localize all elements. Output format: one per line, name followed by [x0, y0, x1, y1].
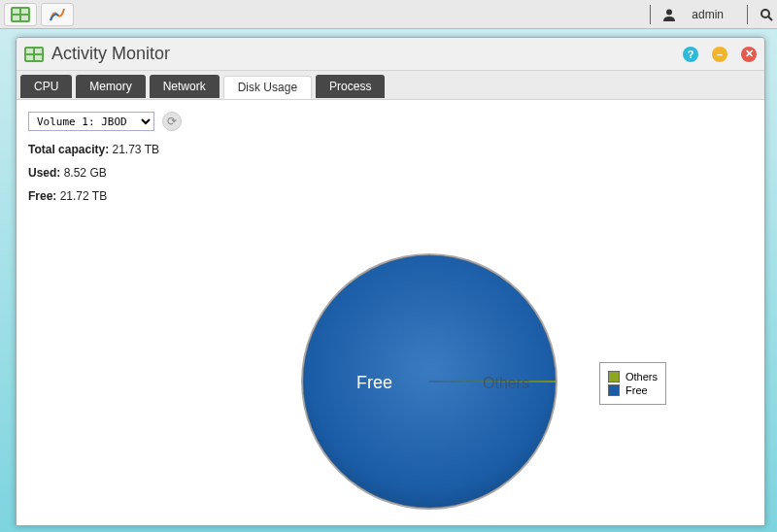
stat-free-value: 21.72 TB: [60, 189, 107, 203]
legend-label-others: Others: [625, 371, 658, 382]
svg-rect-11: [26, 55, 33, 60]
taskbar-app-activity-monitor[interactable]: [4, 3, 37, 26]
stat-used-value: 8.52 GB: [64, 166, 107, 180]
taskbar-user-label[interactable]: admin: [692, 8, 724, 21]
stat-free: Free: 21.72 TB: [28, 189, 753, 203]
svg-rect-3: [13, 16, 19, 20]
refresh-button[interactable]: ⟳: [162, 112, 182, 131]
legend-item-others: Others: [608, 371, 658, 382]
tab-bar: CPU Memory Network Disk Usage Process: [17, 71, 764, 100]
legend-swatch-free: [608, 384, 620, 396]
search-icon[interactable]: [760, 8, 773, 21]
stat-free-label: Free:: [28, 189, 56, 203]
svg-rect-12: [35, 55, 42, 60]
svg-rect-9: [26, 49, 33, 53]
pie-label-others: Others: [483, 375, 529, 392]
tab-process[interactable]: Process: [316, 75, 385, 98]
pie-label-free: Free: [356, 373, 392, 393]
taskbar-divider: [747, 5, 748, 24]
legend-label-free: Free: [625, 384, 648, 396]
stat-used-label: Used:: [28, 166, 60, 180]
close-button[interactable]: ✕: [741, 47, 757, 62]
disk-usage-pie-chart: Free Others: [298, 250, 560, 513]
tab-memory[interactable]: Memory: [76, 75, 145, 98]
refresh-icon: ⟳: [167, 115, 177, 128]
controls-row: Volume 1: JBOD ⟳: [28, 112, 753, 131]
window-title: Activity Monitor: [51, 44, 170, 64]
minimize-button[interactable]: –: [712, 47, 727, 62]
stat-total: Total capacity: 21.73 TB: [28, 143, 753, 156]
tab-cpu[interactable]: CPU: [20, 75, 72, 98]
tab-network[interactable]: Network: [150, 75, 220, 98]
user-icon: [662, 8, 676, 21]
system-taskbar: admin: [0, 0, 777, 29]
pie-legend: Others Free: [599, 362, 666, 405]
legend-item-free: Free: [608, 384, 658, 396]
legend-swatch-others: [608, 371, 620, 382]
other-app-icon: [48, 7, 67, 22]
activity-monitor-icon: [11, 7, 30, 22]
help-button[interactable]: ?: [683, 47, 698, 62]
taskbar-divider: [650, 5, 651, 24]
taskbar-app-other[interactable]: [41, 3, 74, 26]
svg-point-5: [666, 9, 672, 15]
activity-monitor-window: Activity Monitor ? – ✕ CPU Memory Networ…: [16, 37, 765, 526]
stat-total-value: 21.73 TB: [112, 143, 158, 156]
svg-rect-4: [21, 16, 28, 20]
svg-rect-1: [13, 9, 19, 14]
svg-rect-10: [35, 49, 42, 53]
svg-line-7: [768, 17, 772, 20]
svg-rect-2: [21, 9, 28, 14]
disk-stats: Total capacity: 21.73 TB Used: 8.52 GB F…: [28, 143, 753, 203]
volume-select[interactable]: Volume 1: JBOD: [28, 112, 154, 131]
window-titlebar[interactable]: Activity Monitor ? – ✕: [17, 38, 764, 71]
content-pane: Volume 1: JBOD ⟳ Total capacity: 21.73 T…: [17, 100, 764, 525]
stat-used: Used: 8.52 GB: [28, 166, 753, 180]
activity-monitor-icon: [24, 47, 44, 62]
tab-disk-usage[interactable]: Disk Usage: [223, 76, 312, 99]
stat-total-label: Total capacity:: [28, 143, 109, 156]
svg-point-6: [761, 10, 769, 17]
